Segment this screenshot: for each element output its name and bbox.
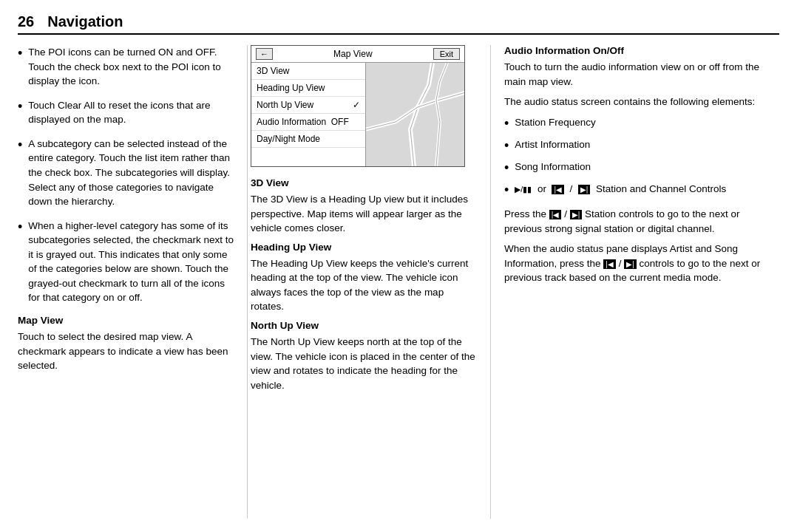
press-text-1: Press the |◀ / ▶| Station controls to go… (504, 207, 779, 236)
bullet-icon: • (504, 136, 509, 155)
menu-item-checkmark: ✓ (353, 100, 360, 110)
menu-item-northup[interactable]: North Up View ✓ (251, 97, 365, 114)
section-northup-heading: North Up View (251, 320, 478, 331)
audio-info-heading: Audio Information On/Off (504, 45, 779, 56)
exit-button[interactable]: Exit (433, 48, 460, 60)
list-item: • A subcategory can be selected instead … (18, 137, 234, 209)
next-station-icon: ▶| (578, 185, 591, 194)
prev-ctrl-icon: |◀ (549, 210, 562, 219)
next-ctrl-icon: ▶| (570, 210, 583, 219)
bullet-text: A subcategory can be selected instead of… (28, 137, 234, 209)
audio-elements-list: • Station Frequency • Artist Information… (504, 115, 779, 200)
bullet-text: Touch Clear All to reset the icons that … (28, 98, 234, 127)
page-title: Navigation (47, 13, 123, 30)
prev-station-icon: |◀ (552, 185, 564, 194)
audio-list-item-station: • Station Frequency (504, 115, 779, 133)
bullet-icon: • (18, 217, 22, 236)
menu-item-label: Day/Night Mode (257, 134, 320, 144)
section-3dview-heading: 3D View (251, 177, 478, 188)
list-item: • When a higher-level category has some … (18, 219, 234, 305)
page-container: 26 Navigation • The POI icons can be tur… (0, 0, 797, 532)
map-mockup-title: Map View (333, 49, 372, 59)
menu-item-3dview[interactable]: 3D View (251, 63, 365, 80)
map-canvas (366, 63, 464, 166)
menu-item-headingup[interactable]: Heading Up View (251, 80, 365, 97)
audio-list-item-song: • Song Information (504, 160, 779, 177)
press-text-2: When the audio status pane displays Arti… (504, 242, 779, 285)
map-roads-svg (366, 63, 464, 166)
map-view-text: Touch to select the desired map view. A … (18, 330, 234, 373)
menu-item-label: North Up View (257, 100, 313, 110)
back-button[interactable]: ← (256, 48, 273, 60)
list-item: • The POI icons can be turned ON and OFF… (18, 45, 234, 89)
song-information-label: Song Information (515, 160, 591, 174)
map-menu: 3D View Heading Up View North Up View ✓ (251, 63, 366, 166)
menu-item-label: 3D View (257, 66, 289, 76)
prev-track-icon: |◀ (603, 259, 616, 269)
page-number: 26 (18, 13, 34, 30)
page-header: 26 Navigation (18, 13, 779, 35)
list-item: • Touch Clear All to reset the icons tha… (18, 98, 234, 127)
bullet-icon: • (18, 97, 22, 116)
menu-item-label: Audio Information OFF (257, 117, 349, 127)
audio-intro1: Touch to turn the audio information view… (504, 60, 779, 89)
section-headingup-heading: Heading Up View (251, 242, 478, 253)
section-headingup: Heading Up View The Heading Up View keep… (251, 242, 478, 314)
artist-information-label: Artist Information (515, 137, 590, 152)
map-view-heading: Map View (18, 315, 234, 326)
middle-column: ← Map View Exit 3D View Heading Up View (247, 45, 491, 519)
map-mockup: ← Map View Exit 3D View Heading Up View (251, 45, 465, 167)
controls-label: ▶/▮▮ or |◀ / ▶| Station and Channel Cont… (515, 182, 726, 197)
next-track-icon: ▶| (624, 259, 637, 269)
section-3dview: 3D View The 3D View is a Heading Up view… (251, 177, 478, 236)
bullet-icon: • (504, 114, 509, 133)
bullet-text: When a higher-level category has some of… (28, 219, 234, 305)
right-column: Audio Information On/Off Touch to turn t… (491, 45, 779, 519)
bullet-icon: • (504, 180, 509, 200)
map-mockup-header: ← Map View Exit (251, 46, 464, 63)
content-columns: • The POI icons can be turned ON and OFF… (18, 45, 779, 519)
menu-item-daynight[interactable]: Day/Night Mode (251, 131, 365, 148)
menu-item-audio[interactable]: Audio Information OFF (251, 114, 365, 131)
audio-list-item-controls: • ▶/▮▮ or |◀ / ▶| Station and Channel Co… (504, 182, 779, 200)
bullet-list: • The POI icons can be turned ON and OFF… (18, 45, 234, 305)
bullet-icon: • (18, 135, 22, 154)
bullet-icon: • (504, 158, 509, 177)
section-northup: North Up View The North Up View keeps no… (251, 320, 478, 392)
map-mockup-body: 3D View Heading Up View North Up View ✓ (251, 63, 464, 166)
station-frequency-label: Station Frequency (515, 115, 596, 130)
play-pause-icon: ▶/▮▮ (515, 185, 532, 194)
bullet-icon: • (18, 44, 22, 63)
audio-list-item-artist: • Artist Information (504, 137, 779, 155)
section-3dview-text: The 3D View is a Heading Up view but it … (251, 192, 478, 236)
left-column: • The POI icons can be turned ON and OFF… (18, 45, 247, 519)
bullet-text: The POI icons can be turned ON and OFF. … (28, 45, 234, 89)
section-headingup-text: The Heading Up View keeps the vehicle's … (251, 256, 478, 314)
menu-item-label: Heading Up View (257, 83, 325, 93)
audio-intro2: The audio status screen contains the fol… (504, 95, 779, 109)
section-northup-text: The North Up View keeps north at the top… (251, 335, 478, 392)
